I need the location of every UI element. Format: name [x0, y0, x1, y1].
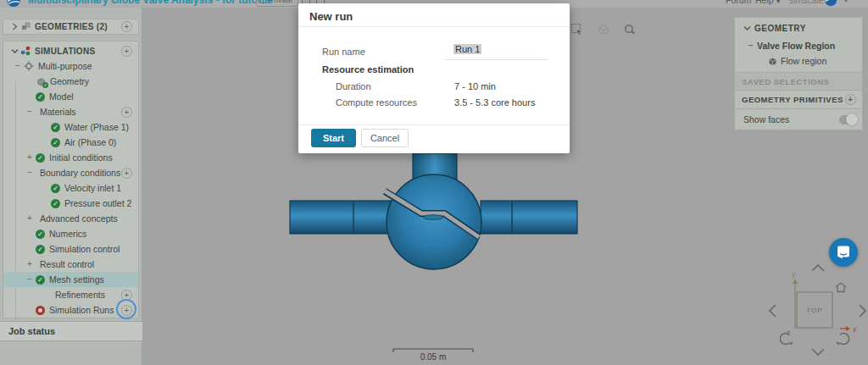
- add-button[interactable]: +: [121, 46, 132, 57]
- sidebar-item-simulation-control[interactable]: ✓Simulation control: [3, 241, 138, 257]
- add-primitive-button[interactable]: +: [845, 94, 856, 105]
- sidebar-item-label: SIMULATIONS: [35, 47, 95, 56]
- check-icon: ✓: [36, 230, 45, 239]
- chat-button[interactable]: [829, 238, 858, 267]
- simulations-tree: SIMULATIONS+−Multi-purpose✓Geometry✓Mode…: [3, 43, 138, 318]
- add-geometry-button[interactable]: +: [121, 21, 132, 32]
- valve-flow-region-label: Valve Flow Region: [757, 41, 835, 51]
- start-button[interactable]: Start: [311, 129, 356, 147]
- forum-link[interactable]: Forum: [726, 0, 751, 5]
- run-name-input[interactable]: Run 1: [453, 44, 481, 54]
- rotate-left-chevron[interactable]: [770, 305, 776, 317]
- expander-icon[interactable]: +: [24, 214, 36, 223]
- sidebar-item-numerics[interactable]: ✓Numerics: [3, 226, 138, 241]
- geometries-icon: [20, 22, 31, 32]
- simscale-logo-icon[interactable]: [6, 0, 21, 8]
- box-select-icon[interactable]: [570, 23, 584, 36]
- sidebar-item-label: Numerics: [49, 229, 86, 239]
- toggle-knob: [846, 113, 858, 125]
- expander-icon[interactable]: −: [24, 108, 36, 116]
- add-button[interactable]: +: [121, 107, 132, 118]
- saved-selections-label: SAVED SELECTIONS: [742, 77, 829, 86]
- sidebar-item-velocity-inlet-1[interactable]: ✓Velocity inlet 1: [3, 180, 138, 196]
- duration-value: 7 - 10 min: [454, 81, 496, 91]
- flow-region-label: Flow region: [781, 56, 826, 66]
- collapse-icon[interactable]: −: [745, 41, 757, 50]
- sidebar-item-boundary-conditions[interactable]: −Boundary conditions+: [3, 165, 138, 180]
- check-icon: ✓: [51, 199, 60, 208]
- sidebar-item-geometries[interactable]: GEOMETRIES (2) +: [3, 19, 138, 34]
- show-faces-toggle[interactable]: [839, 115, 857, 124]
- dialog-title: New run: [309, 10, 353, 23]
- check-icon: ✓: [42, 82, 48, 88]
- sidebar-item-model[interactable]: ✓Model: [3, 89, 138, 104]
- help-menu[interactable]: Help ▾: [755, 0, 781, 5]
- add-button[interactable]: +: [121, 305, 132, 316]
- roll-cw-icon[interactable]: [836, 334, 849, 346]
- chevron-right-icon[interactable]: [8, 23, 20, 30]
- sidebar-item-geometry[interactable]: ✓Geometry: [3, 74, 138, 89]
- sidebar-item-label: Result control: [40, 259, 94, 269]
- duration-label: Duration: [336, 81, 371, 91]
- chevron-down-icon[interactable]: [8, 48, 20, 54]
- sidebar-item-water-phase-1[interactable]: ✓Water (Phase 1): [3, 119, 138, 135]
- sidebar-item-advanced-concepts[interactable]: +Advanced concepts: [3, 211, 138, 226]
- run-name-field[interactable]: Run 1: [445, 44, 548, 60]
- scale-bar: 0.05 m: [393, 349, 473, 362]
- sidebar-item-result-control[interactable]: +Result control: [3, 257, 138, 272]
- avatar[interactable]: [824, 0, 837, 8]
- solid-cube-icon: [768, 57, 777, 66]
- check-icon: ✓: [36, 153, 45, 163]
- add-button[interactable]: +: [121, 168, 132, 179]
- expander-icon[interactable]: −: [24, 275, 36, 284]
- sidebar-item-mesh-settings[interactable]: −✓Mesh settings: [3, 272, 138, 287]
- geometry-section-header[interactable]: GEOMETRY: [735, 18, 862, 38]
- sidebar-item-simulation-runs[interactable]: Simulation Runs+: [3, 302, 138, 318]
- expander-icon[interactable]: +: [24, 260, 36, 268]
- sidebar-item-pressure-outlet-2[interactable]: ✓Pressure outlet 2: [3, 196, 138, 211]
- flow-region-item[interactable]: Flow region: [735, 53, 862, 69]
- sidebar-item-refinements[interactable]: Refinements+: [3, 287, 138, 302]
- sidebar-item-label: Geometry: [50, 76, 89, 86]
- geometry-header-label: GEOMETRY: [754, 24, 806, 33]
- check-icon: ✓: [51, 138, 60, 147]
- sidebar-item-simulations[interactable]: SIMULATIONS+: [3, 43, 138, 58]
- check-icon: ✓: [36, 245, 45, 254]
- sidebar-item-label: Refinements: [55, 290, 105, 300]
- rotate-up-chevron[interactable]: [812, 265, 824, 271]
- geometries-card: GEOMETRIES (2) +: [3, 19, 139, 35]
- valve-flow-region-item[interactable]: − Valve Flow Region: [735, 38, 862, 53]
- job-status-bar[interactable]: Job status: [0, 321, 142, 341]
- chevron-down-icon[interactable]: ▾: [844, 0, 848, 4]
- job-status-label: Job status: [8, 326, 55, 336]
- gear-icon: [24, 61, 34, 71]
- valve-left-pipe: [290, 201, 391, 234]
- home-view-icon[interactable]: [836, 283, 846, 292]
- sidebar-item-initial-conditions[interactable]: +✓Initial conditions: [3, 150, 138, 165]
- cancel-button[interactable]: Cancel: [361, 129, 409, 147]
- expander-icon[interactable]: +: [24, 153, 36, 162]
- sidebar-item-multi-purpose[interactable]: −Multi-purpose: [3, 58, 138, 74]
- sidebar-item-materials[interactable]: −Materials+: [3, 104, 138, 119]
- compute-resources-label: Compute resources: [336, 97, 417, 108]
- privacy-chip[interactable]: Private: [256, 0, 298, 7]
- mesh-cube-icon[interactable]: [597, 23, 610, 36]
- rotate-right-chevron[interactable]: [860, 305, 865, 317]
- expander-icon[interactable]: −: [24, 169, 36, 177]
- probe-icon[interactable]: [623, 23, 637, 36]
- geometry-panel: GEOMETRY − Valve Flow Region Flow region…: [734, 17, 863, 130]
- check-icon: ✓: [51, 184, 60, 193]
- simulations-icon: [20, 46, 31, 56]
- geometries-label: GEOMETRIES (2): [35, 22, 108, 31]
- run-name-label: Run name: [322, 47, 365, 57]
- check-icon: ✓: [51, 123, 60, 132]
- sidebar-item-label: Materials: [40, 107, 76, 117]
- expander-icon[interactable]: −: [12, 62, 24, 70]
- sidebar-item-air-phase-0[interactable]: ✓Air (Phase 0): [3, 135, 138, 150]
- sidebar-item-label: Multi-purpose: [38, 61, 92, 71]
- geometry-primitives-header[interactable]: GEOMETRY PRIMITIVES +: [735, 91, 862, 109]
- sidebar-item-label: Boundary conditions: [40, 168, 120, 178]
- valve-right-pipe: [481, 201, 577, 234]
- rotate-down-chevron[interactable]: [812, 349, 824, 355]
- privacy-icon: [260, 0, 266, 3]
